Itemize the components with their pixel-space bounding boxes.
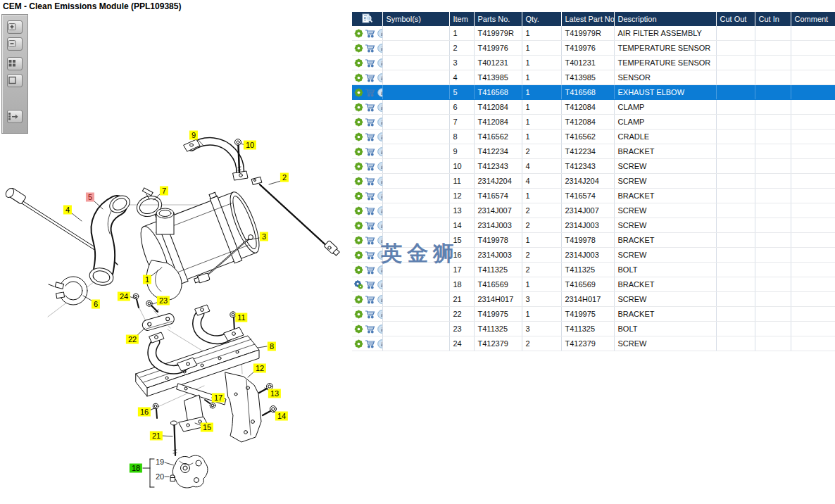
part-row-item-18[interactable]: i18T4165691T416569BRACKET	[352, 277, 835, 292]
part-options-button[interactable]	[354, 235, 365, 244]
part-info-button[interactable]: i	[377, 220, 382, 229]
part-info-button[interactable]: i	[377, 87, 382, 96]
column-header-item[interactable]: Item	[449, 12, 474, 26]
callout-24[interactable]: 24	[118, 292, 130, 301]
part-info-button[interactable]: i	[377, 102, 382, 111]
column-header-cut-in[interactable]: Cut In	[755, 12, 791, 26]
callout-13[interactable]: 13	[268, 389, 281, 398]
part-info-button[interactable]: i	[377, 294, 382, 303]
part-row-item-11[interactable]: i112314J20442314J204SCREW	[352, 174, 835, 189]
callout-22[interactable]: 22	[126, 335, 139, 344]
callout-5[interactable]: 5	[86, 193, 94, 202]
callout-2[interactable]: 2	[280, 173, 289, 182]
callout-8[interactable]: 8	[268, 342, 276, 351]
callout-7[interactable]: 7	[160, 187, 168, 196]
part-row-item-7[interactable]: i7T4120841T412084CLAMP	[352, 115, 835, 130]
part-info-button[interactable]: i	[377, 73, 382, 81]
callout-17[interactable]: 17	[212, 393, 225, 403]
callout-9[interactable]: 9	[189, 131, 198, 140]
column-header-symbol-s-[interactable]: Symbol(s)	[382, 12, 449, 26]
part-info-button[interactable]: i	[377, 235, 382, 244]
part-row-item-14[interactable]: i142314J00322314J003SCREW	[352, 218, 835, 233]
part-info-button[interactable]: i	[377, 117, 382, 125]
column-header-description[interactable]: Description	[614, 12, 716, 26]
part-info-button[interactable]: i	[377, 58, 382, 66]
add-to-cart-button[interactable]	[365, 43, 377, 51]
part-row-item-8[interactable]: i8T4165621T416562CRADLE	[352, 130, 835, 144]
callout-15[interactable]: 15	[201, 423, 213, 432]
part-options-button[interactable]	[354, 117, 365, 125]
part-row-item-10[interactable]: i10T4123434T412343SCREW	[352, 159, 835, 174]
column-header-latest-part-no-[interactable]: Latest Part No.	[561, 12, 614, 26]
add-to-cart-button[interactable]	[365, 176, 377, 184]
part-info-button[interactable]: i	[377, 279, 382, 288]
add-to-cart-button[interactable]	[365, 132, 377, 140]
part-options-button[interactable]	[354, 279, 365, 288]
zoom-in-button[interactable]	[7, 20, 23, 34]
panel-toggle-button[interactable]	[7, 110, 23, 123]
part-row-item-4[interactable]: i4T4139851T413985SENSOR	[352, 70, 835, 85]
part-info-button[interactable]: i	[377, 324, 382, 332]
part-row-item-9[interactable]: i9T4122342T412234BRACKET	[352, 144, 835, 159]
part-info-button[interactable]: i	[377, 176, 382, 184]
add-to-cart-button[interactable]	[365, 206, 377, 214]
add-to-cart-button[interactable]	[365, 87, 377, 96]
part-info-button[interactable]: i	[377, 28, 382, 37]
column-header-qty-[interactable]: Qty.	[522, 12, 561, 26]
part-options-button[interactable]	[354, 58, 365, 66]
column-header-parts-no-[interactable]: Parts No.	[474, 12, 522, 26]
single-view-button[interactable]	[7, 74, 23, 87]
part-options-button[interactable]	[354, 176, 365, 184]
tile-view-button[interactable]	[7, 57, 23, 70]
part-row-item-12[interactable]: i12T4165741T416574BRACKET	[352, 189, 835, 203]
add-to-cart-button[interactable]	[365, 294, 377, 303]
part-options-button[interactable]	[354, 161, 365, 170]
callout-12[interactable]: 12	[253, 364, 266, 373]
part-row-item-17[interactable]: i17T4113252T411325BOLT	[352, 263, 835, 277]
callout-1[interactable]: 1	[143, 275, 151, 284]
callout-14[interactable]: 14	[275, 412, 288, 421]
part-row-item-15[interactable]: i15T4199781T419978BRACKET	[352, 233, 835, 248]
part-row-item-16[interactable]: i162314J00322314J003SCREW	[352, 248, 835, 263]
part-info-button[interactable]: i	[377, 250, 382, 258]
callout-23[interactable]: 23	[157, 296, 170, 305]
part-info-button[interactable]: i	[377, 132, 382, 140]
add-to-cart-button[interactable]	[365, 28, 377, 37]
add-to-cart-button[interactable]	[365, 117, 377, 125]
add-to-cart-button[interactable]	[365, 161, 377, 170]
add-to-cart-button[interactable]	[365, 309, 377, 317]
add-to-cart-button[interactable]	[365, 73, 377, 81]
part-options-button[interactable]	[354, 206, 365, 214]
callout-18[interactable]: 18	[130, 464, 142, 473]
list-search-icon[interactable]	[361, 17, 373, 25]
callout-4[interactable]: 4	[63, 206, 72, 215]
part-options-button[interactable]	[354, 146, 365, 155]
callout-6[interactable]: 6	[92, 300, 100, 309]
callout-3[interactable]: 3	[260, 232, 268, 241]
column-header-cut-out[interactable]: Cut Out	[716, 12, 755, 26]
part-options-button[interactable]	[354, 191, 365, 199]
add-to-cart-button[interactable]	[365, 250, 377, 258]
add-to-cart-button[interactable]	[365, 235, 377, 244]
part-options-button[interactable]	[354, 73, 365, 81]
part-row-item-2[interactable]: i2T4199761T419976TEMPERATURE SENSOR	[352, 41, 835, 56]
part-options-button[interactable]	[354, 220, 365, 229]
diagram-pane[interactable]: 123456789101112131415161718192021222324	[0, 11, 350, 504]
callout-10[interactable]: 10	[244, 141, 256, 150]
part-options-button[interactable]	[354, 250, 365, 258]
zoom-out-button[interactable]	[7, 37, 23, 51]
part-info-button[interactable]: i	[377, 146, 382, 155]
add-to-cart-button[interactable]	[365, 102, 377, 111]
part-options-button[interactable]	[354, 309, 365, 317]
part-row-item-23[interactable]: i23T4113253T411325BOLT	[352, 322, 835, 336]
part-row-item-6[interactable]: i6T4120841T412084CLAMP	[352, 100, 835, 115]
part-options-button[interactable]	[354, 294, 365, 303]
part-info-button[interactable]: i	[377, 161, 382, 170]
callout-16[interactable]: 16	[138, 408, 151, 417]
callout-21[interactable]: 21	[150, 431, 163, 441]
add-to-cart-button[interactable]	[365, 339, 377, 347]
add-to-cart-button[interactable]	[365, 220, 377, 229]
part-row-item-21[interactable]: i212314H01732314H017SCREW	[352, 292, 835, 307]
part-info-button[interactable]: i	[377, 43, 382, 51]
part-row-item-5[interactable]: i5T4165681T416568EXHAUST ELBOW	[352, 85, 835, 100]
